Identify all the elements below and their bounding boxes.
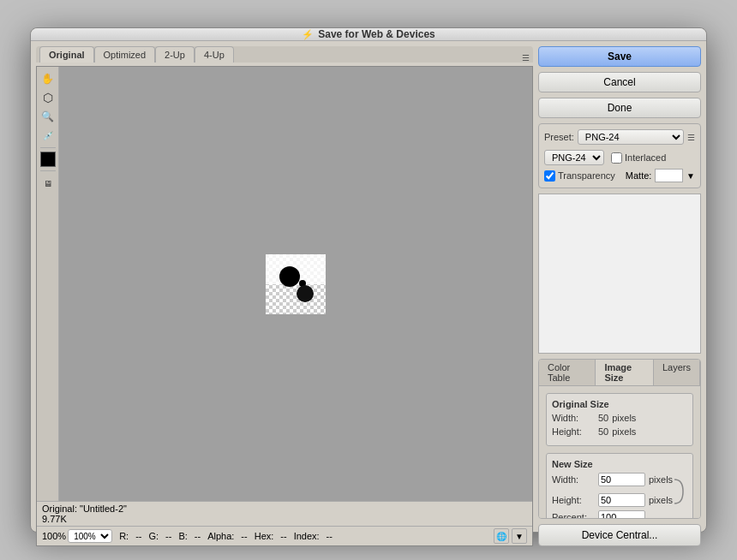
original-height-unit: pixels xyxy=(612,426,636,437)
original-label: Original: "Untitled-2" xyxy=(42,503,527,514)
b-value: -- xyxy=(195,531,201,541)
tab-original[interactable]: Original xyxy=(39,46,94,63)
cancel-button[interactable]: Cancel xyxy=(538,72,701,92)
select-tool[interactable]: ⬡ xyxy=(39,89,57,106)
color-swatch-black[interactable] xyxy=(40,152,56,167)
right-panel: Save Cancel Done Preset: PNG-24 ☰ PNG-24 xyxy=(538,46,701,546)
original-width-label: Width: xyxy=(552,413,595,423)
canvas-wrapper: ✋ ⬡ 🔍 💉 🖥 xyxy=(36,66,533,546)
svg-point-8 xyxy=(297,285,314,302)
file-size: 9.77K xyxy=(42,514,527,524)
save-button[interactable]: Save xyxy=(538,46,701,67)
new-height-row: Height: pixels xyxy=(552,493,673,507)
original-width-unit: pixels xyxy=(612,413,636,423)
view-tab-bar: Original Optimized 2-Up 4-Up ☰ xyxy=(36,46,533,63)
original-width-value: 50 xyxy=(598,413,608,423)
r-label: R: xyxy=(119,531,129,541)
left-toolbar: ✋ ⬡ 🔍 💉 🖥 xyxy=(37,67,59,501)
device-central-button[interactable]: Device Central... xyxy=(538,524,701,546)
panel-image-size-content: Original Size Width: 50 pixels Height: 5… xyxy=(539,386,700,519)
preset-format-row: PNG-24 Interlaced xyxy=(544,150,695,165)
original-height-label: Height: xyxy=(552,426,595,437)
original-width-row: Width: 50 pixels xyxy=(552,413,687,423)
panel-tab-bar: Color Table Image Size Layers xyxy=(539,360,700,386)
transparency-label: Transparency xyxy=(544,170,615,182)
eyedropper-tool[interactable]: 💉 xyxy=(39,127,57,144)
zoom-control: 100% 100% 50% 200% xyxy=(42,529,112,543)
percent-label: Percent: xyxy=(552,512,595,519)
alpha-value: -- xyxy=(241,531,247,541)
tab-layers[interactable]: Layers xyxy=(654,360,700,385)
new-size-fields: Width: pixels Height: pixels xyxy=(552,473,687,510)
image-info-block: Original: "Untitled-2" 9.77K xyxy=(37,501,532,526)
status-bar: 100% 100% 50% 200% R: -- G: -- B: -- Alp… xyxy=(37,526,532,545)
canvas-inner: ✋ ⬡ 🔍 💉 🖥 xyxy=(37,67,532,501)
separator-1 xyxy=(40,147,56,148)
matte-color-swatch[interactable] xyxy=(655,169,683,182)
new-width-unit: pixels xyxy=(649,474,673,485)
zoom-dropdown[interactable]: 100% 50% 200% xyxy=(68,529,112,543)
original-size-title: Original Size xyxy=(552,399,687,409)
new-width-input[interactable] xyxy=(598,473,645,486)
monitor-tool[interactable]: 🖥 xyxy=(39,175,57,192)
panel-tabs: Color Table Image Size Layers Original S… xyxy=(538,359,701,519)
done-button[interactable]: Done xyxy=(538,98,701,118)
percent-input[interactable] xyxy=(598,510,645,519)
preset-group: Preset: PNG-24 ☰ PNG-24 Interlaced xyxy=(538,123,701,188)
index-value: -- xyxy=(327,531,333,541)
new-height-input[interactable] xyxy=(598,493,645,507)
new-height-unit: pixels xyxy=(649,495,673,505)
svg-point-6 xyxy=(279,266,300,287)
new-size-title: New Size xyxy=(552,459,687,469)
r-value: -- xyxy=(135,531,141,541)
hex-value: -- xyxy=(280,531,286,541)
original-height-value: 50 xyxy=(598,426,608,437)
interlaced-label: Interlaced xyxy=(611,152,666,164)
window-title: Save for Web & Devices xyxy=(318,28,435,40)
title-bar: ⚡ Save for Web & Devices xyxy=(31,28,706,41)
preset-header: Preset: PNG-24 ☰ xyxy=(544,129,695,145)
preset-menu-icon[interactable]: ☰ xyxy=(687,133,695,142)
matte-label: Matte: xyxy=(626,170,652,181)
original-size-section: Original Size Width: 50 pixels Height: 5… xyxy=(546,393,693,446)
settings-icon[interactable]: ▼ xyxy=(512,528,527,544)
preset-label: Preset: xyxy=(544,132,574,142)
link-icon xyxy=(674,474,685,509)
format-dropdown[interactable]: PNG-24 xyxy=(544,150,604,165)
tab-menu-icon[interactable]: ☰ xyxy=(234,53,533,63)
tab-4up[interactable]: 4-Up xyxy=(195,46,234,63)
interlaced-checkbox[interactable] xyxy=(611,152,622,164)
new-width-label: Width: xyxy=(552,474,595,485)
alpha-label: Alpha: xyxy=(207,531,234,541)
matte-dropdown-icon[interactable]: ▼ xyxy=(686,171,695,181)
canvas-view xyxy=(59,67,532,501)
title-icon: ⚡ xyxy=(302,29,314,40)
original-height-row: Height: 50 pixels xyxy=(552,426,687,437)
zoom-tool[interactable]: 🔍 xyxy=(39,108,57,125)
new-size-section: New Size Width: pixels Height: xyxy=(546,453,693,519)
transparency-checkbox[interactable] xyxy=(544,170,555,182)
status-icons: 🌐 ▼ xyxy=(494,528,527,544)
separator-2 xyxy=(40,170,56,171)
new-height-label: Height: xyxy=(552,495,595,505)
left-panel: Original Optimized 2-Up 4-Up ☰ ✋ ⬡ 🔍 💉 xyxy=(36,46,533,546)
hand-tool[interactable]: ✋ xyxy=(39,70,57,87)
g-value: -- xyxy=(165,531,171,541)
tab-color-table[interactable]: Color Table xyxy=(539,360,596,385)
window-body: Original Optimized 2-Up 4-Up ☰ ✋ ⬡ 🔍 💉 xyxy=(31,41,706,551)
main-window: ⚡ Save for Web & Devices Original Optimi… xyxy=(30,27,707,533)
preset-dropdown[interactable]: PNG-24 xyxy=(578,129,684,145)
matte-row: Transparency Matte: ▼ xyxy=(544,169,695,182)
hex-label: Hex: xyxy=(255,531,274,541)
tab-2up[interactable]: 2-Up xyxy=(155,46,195,63)
tab-optimized[interactable]: Optimized xyxy=(94,46,156,63)
index-label: Index: xyxy=(294,531,320,541)
globe-icon[interactable]: 🌐 xyxy=(494,528,509,544)
color-table-area xyxy=(538,194,701,354)
zoom-value: 100% xyxy=(42,531,66,541)
new-size-inputs: Width: pixels Height: pixels xyxy=(552,473,673,510)
new-width-row: Width: pixels xyxy=(552,473,673,486)
percent-row: Percent: xyxy=(552,510,687,519)
tab-image-size[interactable]: Image Size xyxy=(596,360,654,385)
b-label: B: xyxy=(178,531,187,541)
